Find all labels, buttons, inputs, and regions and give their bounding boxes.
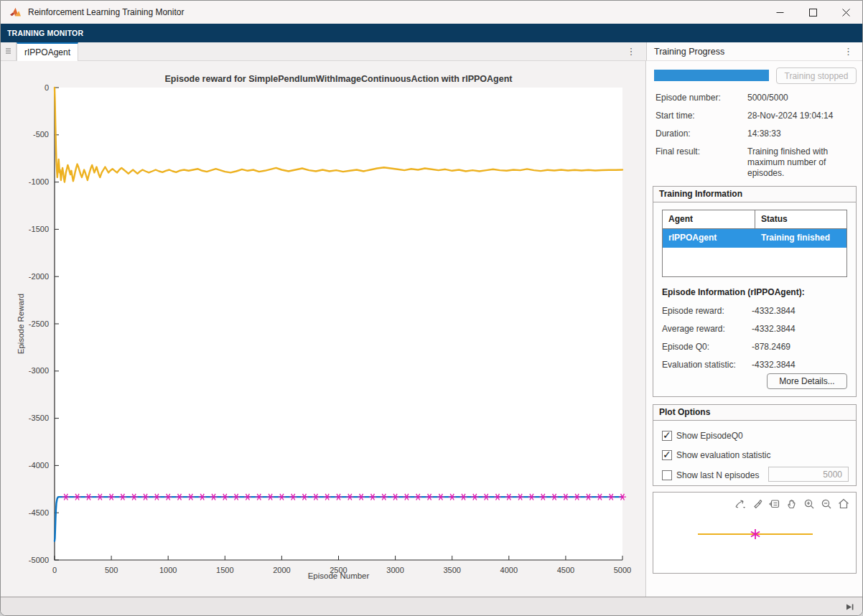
matlab-logo-icon (9, 6, 22, 19)
brush-icon[interactable] (750, 497, 764, 510)
training-chart: 0500100015002000250030003500400045005000… (1, 61, 646, 598)
last-n-episodes-input[interactable] (768, 467, 849, 482)
section-title: Plot Options (653, 405, 856, 421)
svg-text:1500: 1500 (216, 566, 233, 574)
table-header-row: Agent Status (663, 210, 846, 229)
zoom-in-icon[interactable] (802, 497, 816, 510)
checkbox-icon[interactable] (662, 450, 672, 460)
field-value: 28-Nov-2024 19:04:14 (747, 111, 861, 121)
training-plot-panel: Episode reward for SimplePendlumWithImag… (1, 61, 646, 597)
svg-text:4500: 4500 (557, 566, 574, 574)
svg-text:-2500: -2500 (29, 319, 49, 328)
status-cell: Training finished (755, 229, 846, 248)
agent-cell: rIPPOAgent (663, 229, 755, 248)
svg-text:500: 500 (105, 566, 118, 574)
agent-status-table: Agent Status rIPPOAgent Training finishe… (662, 210, 847, 277)
tab-label: rIPPOAgent (24, 47, 70, 57)
training-information-section: Training Information Agent Status rIPPOA… (653, 186, 857, 397)
ribbon-tab-label: TRAINING MONITOR (7, 29, 83, 37)
field-label: Episode reward: (662, 306, 724, 316)
svg-text:4000: 4000 (500, 566, 518, 574)
svg-text:0: 0 (52, 566, 57, 574)
checkbox-icon[interactable] (662, 431, 672, 441)
field-value: 5000/5000 (747, 93, 861, 103)
field-value: Training finished with maximum number of… (747, 146, 861, 179)
svg-text:-1500: -1500 (29, 225, 49, 233)
field-label: Average reward: (662, 324, 725, 334)
skip-to-end-icon[interactable] (842, 600, 857, 613)
app-window: Reinforcement Learning Training Monitor … (0, 0, 863, 616)
svg-text:2500: 2500 (330, 566, 347, 574)
field-label: Episode Q0: (662, 342, 709, 352)
field-value: -4332.3844 (752, 306, 859, 317)
export-icon[interactable] (733, 497, 747, 510)
svg-text:-3000: -3000 (29, 366, 49, 375)
show-last-n-episodes-checkbox[interactable]: Show last N episodes (662, 469, 759, 482)
training-progress-bar (654, 70, 769, 81)
svg-text:1000: 1000 (159, 566, 177, 574)
field-value: -4332.3844 (752, 360, 859, 370)
mini-plot-section (653, 492, 857, 574)
statusbar (1, 597, 862, 615)
field-label: Evaluation statistic: (662, 360, 736, 370)
training-progress-header: Training Progress ⋮ (646, 42, 862, 61)
axes-toolbar (733, 497, 850, 510)
checkbox-label: Show last N episodes (676, 470, 759, 480)
window-controls (763, 1, 862, 24)
field-label: Final result: (656, 146, 700, 157)
training-progress-panel: Training stopped Episode number: 5000/50… (647, 61, 862, 597)
checkbox-label: Show EpisodeQ0 (676, 431, 743, 441)
tab-rippoagent[interactable]: rIPPOAgent (17, 42, 78, 61)
svg-text:5000: 5000 (614, 566, 631, 574)
minimize-button[interactable] (763, 1, 796, 24)
close-button[interactable] (829, 1, 862, 24)
zoom-out-icon[interactable] (819, 497, 833, 510)
field-value: -4332.3844 (752, 324, 859, 335)
svg-text:-2000: -2000 (29, 272, 49, 281)
panel-options-icon[interactable]: ⋮ (841, 46, 855, 57)
field-value: 14:38:33 (747, 129, 861, 139)
restore-view-icon[interactable] (836, 497, 850, 510)
field-label: Episode number: (656, 93, 721, 103)
checkbox-icon[interactable] (662, 470, 672, 480)
progress-fill (654, 70, 769, 81)
svg-text:-4500: -4500 (29, 508, 49, 517)
maximize-button[interactable] (796, 1, 829, 24)
field-label: Start time: (656, 111, 695, 121)
column-header-agent: Agent (663, 210, 755, 228)
tab-options-icon[interactable]: ⋮ (622, 42, 640, 60)
episode-info-heading: Episode Information (rIPPOAgent): (662, 287, 805, 297)
window-title: Reinforcement Learning Training Monitor (28, 7, 184, 17)
svg-text:-1000: -1000 (29, 177, 49, 186)
field-value: -878.2469 (752, 342, 859, 353)
panel-title: Training Progress (654, 47, 841, 57)
ribbon-bar: TRAINING MONITOR (1, 24, 862, 42)
svg-text:-5000: -5000 (29, 556, 49, 564)
svg-text:-3500: -3500 (29, 414, 49, 422)
svg-text:-500: -500 (33, 130, 49, 139)
column-header-status: Status (755, 210, 846, 228)
svg-text:0: 0 (45, 83, 49, 92)
titlebar: Reinforcement Learning Training Monitor (1, 1, 862, 24)
show-evaluation-statistic-checkbox[interactable]: Show evaluation statistic (662, 449, 770, 462)
document-list-icon[interactable] (1, 42, 17, 60)
svg-text:-4000: -4000 (29, 461, 49, 470)
datatips-icon[interactable] (768, 497, 781, 510)
pan-icon[interactable] (785, 497, 798, 510)
section-title: Training Information (653, 187, 856, 202)
show-episodeq0-checkbox[interactable]: Show EpisodeQ0 (662, 429, 743, 442)
more-details-button[interactable]: More Details... (767, 373, 847, 389)
document-tabstrip: rIPPOAgent ⋮ (1, 42, 646, 61)
field-label: Duration: (656, 129, 691, 139)
table-row[interactable]: rIPPOAgent Training finished (663, 229, 846, 248)
svg-text:2000: 2000 (273, 566, 290, 574)
training-stopped-button[interactable]: Training stopped (776, 67, 857, 84)
checkbox-label: Show evaluation statistic (676, 450, 770, 460)
svg-text:3500: 3500 (443, 566, 460, 574)
svg-text:3000: 3000 (386, 566, 403, 574)
plot-options-section: Plot Options Show EpisodeQ0 Show evaluat… (653, 404, 857, 486)
